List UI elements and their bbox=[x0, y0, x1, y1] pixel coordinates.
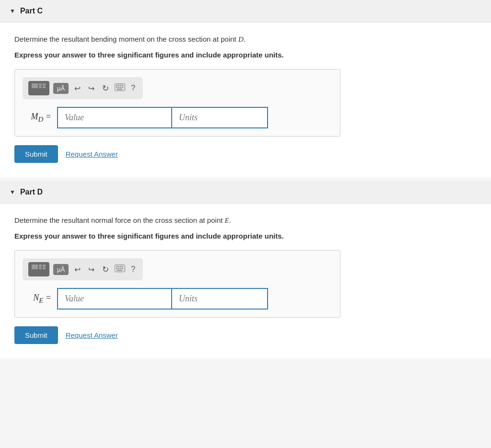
part-c-grid-icon-btn[interactable] bbox=[28, 81, 49, 95]
svg-rect-19 bbox=[43, 267, 46, 269]
part-c-help-btn[interactable]: ? bbox=[129, 83, 137, 93]
svg-rect-9 bbox=[122, 85, 123, 86]
part-c-point: D bbox=[238, 35, 244, 43]
svg-rect-8 bbox=[120, 85, 121, 86]
svg-rect-4 bbox=[43, 86, 46, 88]
grid-icon bbox=[31, 83, 47, 93]
part-d-question: Determine the resultant normal force on … bbox=[14, 215, 477, 226]
part-c-request-answer-link[interactable]: Request Answer bbox=[66, 150, 118, 158]
part-d-section: ▼ Part D Determine the resultant normal … bbox=[0, 181, 491, 358]
svg-rect-10 bbox=[116, 87, 117, 88]
svg-rect-29 bbox=[117, 270, 122, 271]
svg-rect-21 bbox=[116, 266, 117, 267]
part-d-header: ▼ Part D bbox=[0, 181, 491, 204]
part-c-instructions: Express your answer to three significant… bbox=[14, 50, 477, 61]
part-d-submit-button[interactable]: Submit bbox=[14, 326, 58, 344]
svg-rect-14 bbox=[117, 89, 122, 90]
svg-rect-24 bbox=[122, 266, 123, 267]
part-c-redo-btn[interactable]: ↪ bbox=[86, 83, 96, 94]
svg-rect-7 bbox=[118, 85, 119, 86]
svg-rect-12 bbox=[120, 87, 121, 88]
part-d-answer-box: μÅ ↩ ↪ ↻ bbox=[14, 250, 340, 318]
part-c-keyboard-btn[interactable] bbox=[115, 83, 125, 93]
part-d-redo-btn[interactable]: ↪ bbox=[86, 264, 96, 275]
part-c-toolbar: μÅ ↩ ↪ ↻ bbox=[23, 77, 143, 99]
part-c-period: . bbox=[244, 35, 246, 43]
part-d-mu-btn[interactable]: μÅ bbox=[53, 264, 69, 275]
part-d-value-input[interactable] bbox=[57, 288, 172, 310]
svg-rect-25 bbox=[116, 268, 117, 269]
svg-rect-0 bbox=[32, 83, 38, 88]
svg-rect-28 bbox=[122, 268, 123, 269]
part-c-value-input[interactable] bbox=[57, 107, 172, 128]
svg-rect-2 bbox=[39, 86, 42, 88]
svg-rect-18 bbox=[43, 264, 46, 267]
svg-rect-13 bbox=[122, 87, 123, 88]
part-c-body: Determine the resultant bending moment o… bbox=[0, 23, 491, 177]
part-c-submit-button[interactable]: Submit bbox=[14, 145, 58, 163]
part-d-units-input[interactable] bbox=[172, 288, 268, 310]
part-c-undo-btn[interactable]: ↩ bbox=[72, 83, 82, 94]
part-c-units-input[interactable] bbox=[172, 107, 268, 128]
part-d-instructions: Express your answer to three significant… bbox=[14, 231, 477, 242]
part-d-chevron[interactable]: ▼ bbox=[10, 189, 15, 196]
svg-rect-11 bbox=[118, 87, 119, 88]
part-c-title: Part C bbox=[20, 7, 43, 15]
part-d-action-row: Submit Request Answer bbox=[14, 326, 477, 344]
part-c-reset-btn[interactable]: ↻ bbox=[100, 82, 111, 94]
part-d-title: Part D bbox=[20, 188, 43, 196]
part-d-input-row: NE = bbox=[23, 288, 332, 310]
part-c-section: ▼ Part C Determine the resultant bending… bbox=[0, 0, 491, 177]
svg-rect-27 bbox=[120, 268, 121, 269]
svg-rect-15 bbox=[32, 264, 38, 269]
svg-rect-3 bbox=[43, 83, 46, 86]
part-c-input-row: MD = bbox=[23, 107, 332, 128]
part-c-mu-btn[interactable]: μÅ bbox=[53, 83, 69, 94]
svg-rect-1 bbox=[39, 83, 42, 86]
part-d-help-btn[interactable]: ? bbox=[129, 264, 137, 275]
part-c-question: Determine the resultant bending moment o… bbox=[14, 34, 477, 45]
svg-rect-6 bbox=[116, 85, 117, 86]
part-c-header: ▼ Part C bbox=[0, 0, 491, 23]
grid-icon bbox=[31, 264, 47, 275]
svg-rect-16 bbox=[39, 264, 42, 267]
part-c-variable-label: MD = bbox=[23, 112, 51, 124]
svg-rect-17 bbox=[39, 267, 42, 269]
part-d-question-text: Determine the resultant normal force on … bbox=[14, 216, 225, 224]
part-d-grid-icon-btn[interactable] bbox=[28, 262, 49, 276]
svg-rect-22 bbox=[118, 266, 119, 267]
part-c-question-text: Determine the resultant bending moment o… bbox=[14, 35, 238, 43]
svg-rect-26 bbox=[118, 268, 119, 269]
part-d-variable-label: NE = bbox=[23, 293, 51, 305]
part-d-point: E bbox=[225, 217, 229, 224]
part-d-reset-btn[interactable]: ↻ bbox=[100, 264, 111, 276]
part-d-period: . bbox=[229, 216, 231, 224]
part-d-keyboard-btn[interactable] bbox=[115, 264, 125, 274]
part-d-undo-btn[interactable]: ↩ bbox=[72, 264, 82, 275]
part-d-body: Determine the resultant normal force on … bbox=[0, 204, 491, 358]
part-c-answer-box: μÅ ↩ ↪ ↻ bbox=[14, 69, 340, 137]
svg-rect-23 bbox=[120, 266, 121, 267]
part-d-request-answer-link[interactable]: Request Answer bbox=[66, 331, 118, 339]
part-c-action-row: Submit Request Answer bbox=[14, 145, 477, 163]
part-c-chevron[interactable]: ▼ bbox=[10, 8, 15, 15]
part-d-toolbar: μÅ ↩ ↪ ↻ bbox=[23, 258, 143, 280]
